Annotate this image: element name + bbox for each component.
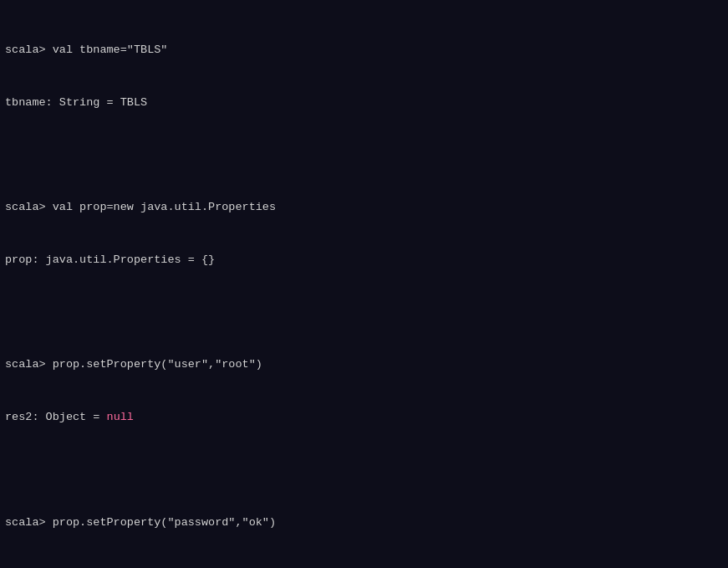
line-4: scala> val prop=new java.util.Properties [5, 199, 723, 217]
terminal[interactable]: scala> val tbname="TBLS" tbname: String … [0, 0, 728, 568]
line-1: scala> val tbname="TBLS" [5, 42, 723, 59]
line-7: scala> prop.setProperty("user","root") [5, 356, 723, 374]
line-6 [5, 304, 723, 322]
line-2: tbname: String = TBLS [5, 95, 723, 112]
line-10: scala> prop.setProperty("password","ok") [5, 514, 723, 532]
line-8: res2: Object = null [5, 409, 723, 427]
line-3 [5, 146, 723, 164]
line-9 [5, 462, 723, 479]
line-5: prop: java.util.Properties = {} [5, 252, 723, 269]
